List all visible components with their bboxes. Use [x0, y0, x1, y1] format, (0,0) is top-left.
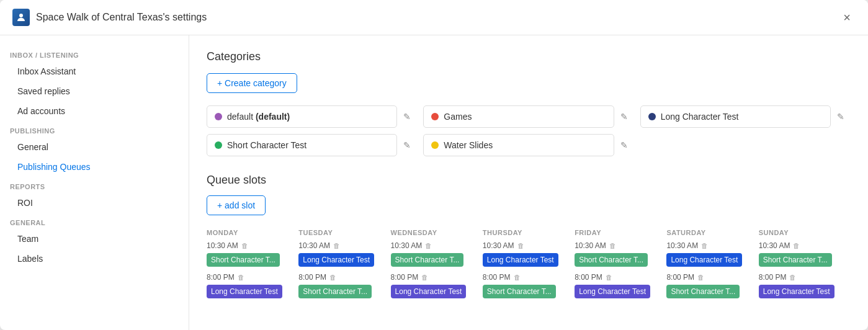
slot-tag-thursday-1[interactable]: Long Character Test	[483, 253, 558, 267]
time-slot-saturday-2: 8:00 PM 🗑	[666, 273, 758, 282]
category-item-long-char: Long Character Test	[640, 105, 831, 128]
sidebar-section-inbox: INBOX / LISTENING	[0, 45, 189, 61]
day-header-thursday: THURSDAY	[483, 226, 575, 241]
category-item-default: default (default)	[207, 105, 397, 128]
category-item-games: Games	[423, 105, 614, 128]
edit-category-games[interactable]: ✎	[614, 108, 634, 125]
time-slot-sunday-2: 8:00 PM 🗑	[759, 273, 851, 282]
category-dot-default	[215, 113, 222, 120]
modal-header: Space Walk of Central Texas's settings ×	[0, 0, 868, 35]
sidebar-item-roi[interactable]: ROI	[0, 193, 189, 213]
day-header-monday: MONDAY	[207, 226, 298, 241]
queue-slots-title: Queue slots	[207, 174, 851, 187]
day-column-friday: FRIDAY 10:30 AM 🗑 Short Character T... 8…	[575, 226, 666, 305]
sidebar: INBOX / LISTENING Inbox Assistant Saved …	[0, 35, 189, 330]
trash-icon-saturday-1[interactable]: 🗑	[701, 242, 708, 249]
slot-tag-saturday-2[interactable]: Short Character T...	[666, 285, 740, 298]
sidebar-item-general[interactable]: General	[0, 137, 189, 157]
time-slot-thursday-1: 10:30 AM 🗑	[483, 241, 575, 250]
brand-avatar	[12, 9, 30, 26]
trash-icon-tuesday-1[interactable]: 🗑	[333, 242, 340, 249]
time-slot-sunday-1: 10:30 AM 🗑	[759, 241, 851, 250]
time-slot-tuesday-1: 10:30 AM 🗑	[298, 241, 390, 250]
sidebar-item-ad-accounts[interactable]: Ad accounts	[0, 101, 189, 121]
category-row-default: default (default) ✎	[207, 105, 417, 128]
slot-tag-sunday-1[interactable]: Short Character T...	[759, 253, 832, 267]
close-button[interactable]: ×	[838, 9, 856, 26]
category-dot-water-slides	[431, 141, 439, 149]
time-slot-monday-1: 10:30 AM 🗑	[207, 241, 298, 250]
edit-category-default[interactable]: ✎	[397, 108, 417, 125]
category-dot-long-char	[648, 113, 656, 120]
svg-point-0	[19, 14, 23, 17]
add-slot-button[interactable]: + add slot	[207, 195, 266, 215]
day-header-wednesday: WEDNESDAY	[391, 226, 483, 241]
time-slot-friday-1: 10:30 AM 🗑	[575, 241, 666, 250]
time-slot-thursday-2: 8:00 PM 🗑	[483, 273, 575, 282]
sidebar-section-general: GENERAL	[0, 213, 189, 229]
category-name-short-char: Short Character Test	[227, 140, 389, 150]
slot-tag-friday-1[interactable]: Short Character T...	[575, 253, 648, 267]
modal-body: INBOX / LISTENING Inbox Assistant Saved …	[0, 35, 868, 330]
edit-category-short-char[interactable]: ✎	[397, 136, 417, 154]
trash-icon-monday-1[interactable]: 🗑	[241, 242, 248, 249]
time-slot-friday-2: 8:00 PM 🗑	[575, 273, 666, 282]
trash-icon-thursday-2[interactable]: 🗑	[514, 274, 521, 281]
category-name-games: Games	[444, 112, 606, 122]
trash-icon-sunday-1[interactable]: 🗑	[793, 242, 800, 249]
trash-icon-monday-2[interactable]: 🗑	[238, 274, 244, 281]
category-name-water-slides: Water Slides	[444, 140, 606, 150]
slot-tag-friday-2[interactable]: Long Character Test	[575, 285, 650, 298]
trash-icon-wednesday-1[interactable]: 🗑	[425, 242, 432, 249]
create-category-button[interactable]: + Create category	[207, 73, 297, 93]
day-header-sunday: SUNDAY	[759, 226, 851, 241]
sidebar-section-reports: REPORTS	[0, 177, 189, 193]
sidebar-item-saved-replies[interactable]: Saved replies	[0, 81, 189, 101]
categories-title: Categories	[207, 50, 851, 63]
sidebar-section-publishing: PUBLISHING	[0, 121, 189, 137]
slot-tag-monday-1[interactable]: Short Character T...	[207, 253, 280, 267]
sidebar-item-team[interactable]: Team	[0, 229, 189, 249]
category-item-water-slides: Water Slides	[423, 134, 614, 156]
sidebar-item-inbox-assistant[interactable]: Inbox Assistant	[0, 61, 189, 81]
category-name-long-char: Long Character Test	[661, 112, 823, 122]
day-column-saturday: SATURDAY 10:30 AM 🗑 Long Character Test …	[666, 226, 758, 305]
trash-icon-sunday-2[interactable]: 🗑	[789, 274, 796, 281]
slot-tag-saturday-1[interactable]: Long Character Test	[666, 253, 742, 267]
slot-tag-sunday-2[interactable]: Long Character Test	[759, 285, 834, 298]
trash-icon-friday-1[interactable]: 🗑	[609, 242, 616, 249]
time-slot-wednesday-1: 10:30 AM 🗑	[391, 241, 483, 250]
day-column-sunday: SUNDAY 10:30 AM 🗑 Short Character T... 8…	[759, 226, 851, 305]
slot-tag-thursday-2[interactable]: Short Character T...	[483, 285, 556, 298]
trash-icon-tuesday-2[interactable]: 🗑	[329, 274, 336, 281]
slot-tag-wednesday-2[interactable]: Long Character Test	[391, 285, 467, 298]
category-name-default: default (default)	[227, 112, 389, 122]
modal-title: Space Walk of Central Texas's settings	[36, 12, 838, 23]
time-slot-tuesday-2: 8:00 PM 🗑	[298, 273, 390, 282]
category-dot-short-char	[215, 141, 222, 149]
category-row-water-slides: Water Slides ✎	[423, 134, 633, 156]
settings-modal: Space Walk of Central Texas's settings ×…	[0, 0, 868, 330]
slot-tag-wednesday-1[interactable]: Short Character T...	[391, 253, 464, 267]
time-slot-wednesday-2: 8:00 PM 🗑	[391, 273, 483, 282]
category-row-short-char: Short Character Test ✎	[207, 134, 417, 156]
edit-category-water-slides[interactable]: ✎	[614, 136, 634, 154]
day-column-wednesday: WEDNESDAY 10:30 AM 🗑 Short Character T..…	[391, 226, 483, 305]
day-header-saturday: SATURDAY	[666, 226, 758, 241]
slot-tag-monday-2[interactable]: Long Character Test	[207, 285, 282, 298]
time-slot-monday-2: 8:00 PM 🗑	[207, 273, 298, 282]
sidebar-item-labels[interactable]: Labels	[0, 249, 189, 269]
category-empty-cell	[640, 134, 851, 156]
trash-icon-thursday-1[interactable]: 🗑	[517, 242, 524, 249]
day-column-monday: MONDAY 10:30 AM 🗑 Short Character T... 8…	[207, 226, 298, 305]
edit-category-long-char[interactable]: ✎	[831, 108, 851, 125]
day-header-friday: FRIDAY	[575, 226, 666, 241]
category-dot-games	[431, 113, 439, 120]
slot-tag-tuesday-1[interactable]: Long Character Test	[298, 253, 374, 267]
trash-icon-wednesday-2[interactable]: 🗑	[421, 274, 428, 281]
slot-tag-tuesday-2[interactable]: Short Character T...	[298, 285, 372, 298]
day-header-tuesday: TUESDAY	[298, 226, 390, 241]
sidebar-item-publishing-queues[interactable]: Publishing Queues	[0, 157, 189, 177]
trash-icon-friday-2[interactable]: 🗑	[606, 274, 612, 281]
trash-icon-saturday-2[interactable]: 🗑	[697, 274, 704, 281]
